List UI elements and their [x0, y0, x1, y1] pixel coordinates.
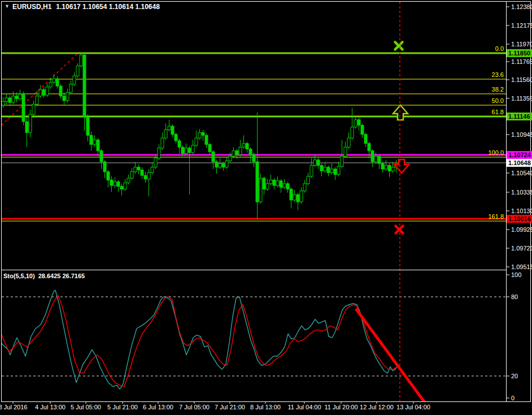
- time-axis-label: 5 Jul 21:00: [107, 404, 138, 410]
- stochastic-scale-label: 80: [511, 293, 518, 300]
- price-tag: 1.10724: [507, 151, 532, 159]
- thick-red-trendline[interactable]: [356, 309, 425, 403]
- time-axis-label: 11 Jul 04:00: [287, 404, 321, 410]
- horizontal-line[interactable]: [2, 53, 506, 54]
- price-axis-label: 1.10945: [511, 131, 532, 138]
- main-chart-panel[interactable]: [1, 42, 506, 234]
- price-axis-label: 1.12380: [511, 3, 532, 10]
- horizontal-line[interactable]: [2, 218, 506, 220]
- candle-series: [2, 53, 401, 219]
- up-arrow-marker[interactable]: [393, 105, 408, 120]
- fib-level-label: 50.0: [492, 97, 504, 104]
- fib-level-label: 100.0: [488, 149, 504, 156]
- time-axis-label: 8 Jul 13:00: [250, 404, 281, 410]
- price-axis-label: 1.10335: [511, 189, 532, 196]
- chart-title: EURUSD,H11.10617 1.10654 1.10614 1.10648: [12, 3, 160, 11]
- ohlc-values: 1.10617 1.10654 1.10614 1.10648: [56, 3, 160, 11]
- price-axis-label: 1.09925: [511, 226, 532, 233]
- red-cross-marker[interactable]: [396, 226, 403, 234]
- price-axis-label: 1.11355: [511, 95, 532, 102]
- stochastic-values: 28.6425 26.7165: [38, 273, 85, 279]
- price-axis-label: 1.12175: [511, 22, 532, 29]
- horizontal-line[interactable]: [2, 116, 506, 118]
- fib-level-label: 23.6: [492, 71, 504, 78]
- time-axis-label: 6 Jul 13:00: [143, 404, 173, 410]
- time-axis-label: 3 Jul 2016: [0, 404, 27, 410]
- time-axis-label: 7 Jul 21:00: [215, 404, 245, 410]
- time-axis-label: 13 Jul 04:00: [396, 404, 430, 410]
- price-tag: 1.11146: [507, 113, 532, 120]
- fib-level-label: 0.0: [495, 45, 504, 52]
- chart-dropdown-icon[interactable]: ▼: [5, 3, 10, 10]
- price-axis-label: 1.10540: [511, 170, 532, 176]
- stochastic-panel[interactable]: [1, 290, 506, 403]
- price-tag: 1.11850: [507, 49, 532, 57]
- stochastic-scale-label: 100: [511, 271, 521, 278]
- fib-level-label: 38.2: [492, 86, 504, 93]
- price-axis-label: 1.09720: [511, 245, 532, 252]
- stochastic-scale-label: 20: [511, 373, 518, 379]
- price-axis-label: 1.11765: [511, 58, 532, 65]
- price-axis-label: 1.10130: [511, 208, 532, 214]
- stochastic-params-label: Sto(5,5,10): [3, 273, 35, 279]
- time-axis-label: 5 Jul 05:00: [71, 404, 101, 410]
- stochastic-title: Sto(5,5,10)28.6425 26.7165: [3, 273, 88, 279]
- fib-level-label: 61.8: [492, 109, 504, 115]
- price-tag: 1.10648: [507, 159, 532, 167]
- fib-level-label: 161.8: [488, 213, 504, 220]
- price-axis-label: 1.09515: [511, 263, 532, 270]
- price-tag: 1.10016: [507, 215, 532, 223]
- mt4-chart-window: ▼ EURUSD,H11.10617 1.10654 1.10614 1.106…: [0, 0, 532, 415]
- time-axis-label: 12 Jul 12:00: [360, 404, 394, 410]
- time-axis-label: 4 Jul 13:00: [35, 404, 66, 410]
- time-axis-label: 7 Jul 05:00: [179, 404, 210, 410]
- stochastic-main-line: [1, 290, 398, 389]
- chart-canvas[interactable]: [0, 0, 532, 415]
- symbol-period-label: EURUSD,H1: [12, 3, 51, 11]
- time-axis-label: 11 Jul 20:00: [324, 404, 357, 410]
- green-cross-marker[interactable]: [395, 42, 403, 50]
- price-axis-label: 1.11970: [511, 41, 532, 47]
- stochastic-scale-label: 0: [511, 395, 514, 401]
- price-axis-label: 1.11560: [511, 76, 532, 83]
